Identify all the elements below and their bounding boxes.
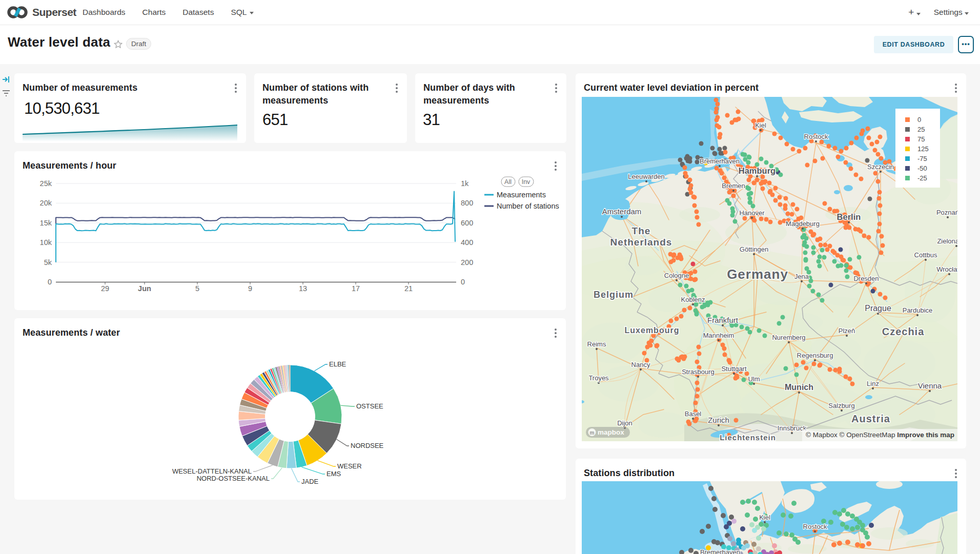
svg-text:1k: 1k	[461, 179, 469, 188]
svg-text:Wrocław: Wrocław	[936, 265, 957, 273]
svg-text:Stuttgart: Stuttgart	[721, 365, 747, 373]
svg-text:Rostock: Rostock	[803, 523, 827, 530]
svg-text:WESER: WESER	[337, 462, 362, 470]
svg-text:Czechia: Czechia	[882, 326, 925, 337]
svg-text:Netherlands: Netherlands	[610, 237, 672, 248]
svg-text:Frankfurt: Frankfurt	[707, 316, 739, 324]
svg-text:75: 75	[917, 135, 925, 143]
svg-text:Poznań: Poznań	[936, 209, 957, 216]
svg-text:NORDSEE: NORDSEE	[351, 442, 384, 449]
svg-text:Basel: Basel	[685, 410, 702, 418]
svg-text:mapbox: mapbox	[598, 428, 624, 436]
svg-text:-25: -25	[917, 174, 927, 182]
svg-text:Dijon: Dijon	[617, 419, 632, 427]
svg-text:Magdeburg: Magdeburg	[786, 220, 820, 228]
svg-text:Measurements: Measurements	[497, 191, 546, 199]
svg-text:Ulm: Ulm	[748, 375, 760, 383]
svg-text:Cottbus: Cottbus	[914, 251, 937, 259]
svg-text:0: 0	[917, 116, 921, 124]
svg-text:OSTSEE: OSTSEE	[356, 402, 383, 410]
svg-text:Hamburg: Hamburg	[739, 166, 775, 175]
svg-text:Zurich: Zurich	[708, 416, 729, 424]
svg-text:-75: -75	[917, 155, 927, 162]
svg-text:25k: 25k	[40, 179, 52, 188]
svg-text:Szczecin: Szczecin	[867, 163, 894, 171]
svg-text:200: 200	[461, 258, 473, 266]
svg-text:17: 17	[352, 284, 360, 293]
svg-text:Germany: Germany	[727, 266, 788, 282]
svg-text:10k: 10k	[40, 238, 52, 247]
svg-text:Leeuwarden: Leeuwarden	[628, 173, 665, 180]
svg-text:Kiel: Kiel	[759, 514, 770, 521]
svg-text:5k: 5k	[44, 258, 52, 266]
svg-text:0: 0	[48, 278, 52, 286]
svg-text:Troyes: Troyes	[588, 374, 609, 382]
svg-text:Vienna: Vienna	[918, 381, 942, 390]
svg-text:NORD-OSTSEE-KANAL: NORD-OSTSEE-KANAL	[197, 475, 270, 482]
svg-text:15k: 15k	[40, 219, 52, 227]
svg-text:EMS: EMS	[326, 470, 341, 478]
svg-text:Number of stations: Number of stations	[497, 202, 559, 210]
svg-text:29: 29	[101, 284, 109, 293]
svg-text:Bremen: Bremen	[722, 182, 745, 190]
svg-text:Nancy: Nancy	[631, 361, 650, 368]
svg-text:20k: 20k	[40, 199, 52, 207]
svg-text:The: The	[632, 225, 651, 236]
svg-text:Cologne: Cologne	[664, 272, 689, 279]
svg-text:Regensburg: Regensburg	[797, 352, 833, 359]
svg-text:Strasbourg: Strasbourg	[682, 368, 714, 376]
svg-text:Nuremberg: Nuremberg	[772, 334, 805, 341]
svg-text:WESEL-DATTELN-KANAL: WESEL-DATTELN-KANAL	[172, 467, 252, 475]
svg-text:ELBE: ELBE	[329, 360, 346, 368]
svg-text:Belgium: Belgium	[594, 290, 634, 300]
svg-text:Dresden: Dresden	[853, 275, 879, 282]
svg-text:Kiel: Kiel	[755, 121, 766, 129]
svg-text:Pardubice: Pardubice	[903, 306, 933, 314]
svg-text:Bremerhaven: Bremerhaven	[700, 548, 740, 554]
svg-text:Munich: Munich	[785, 383, 813, 392]
svg-text:-50: -50	[917, 165, 927, 172]
svg-text:0: 0	[461, 278, 465, 286]
svg-text:5: 5	[195, 284, 199, 293]
svg-text:Zielona Góra: Zielona Góra	[937, 237, 957, 245]
svg-text:Inv: Inv	[522, 178, 530, 186]
svg-text:Salzburg: Salzburg	[828, 402, 854, 409]
svg-text:Göttingen: Göttingen	[740, 245, 768, 253]
svg-text:25: 25	[917, 126, 925, 133]
svg-text:Luxembourg: Luxembourg	[625, 326, 680, 335]
svg-text:Linz: Linz	[867, 380, 879, 387]
svg-text:400: 400	[461, 238, 473, 247]
svg-text:Hanover: Hanover	[739, 209, 765, 217]
svg-text:Mannheim: Mannheim	[703, 332, 734, 339]
svg-text:All: All	[504, 178, 512, 186]
svg-text:Berlin: Berlin	[837, 212, 861, 221]
svg-text:Bremerhaven: Bremerhaven	[700, 157, 740, 165]
svg-text:Koblenz: Koblenz	[681, 296, 705, 303]
svg-text:13: 13	[299, 284, 307, 293]
svg-text:21: 21	[404, 284, 413, 293]
svg-text:Rostock: Rostock	[804, 133, 828, 140]
svg-text:9: 9	[248, 284, 252, 293]
svg-text:Austria: Austria	[851, 413, 890, 424]
svg-text:800: 800	[461, 199, 473, 207]
svg-text:Prague: Prague	[865, 304, 891, 313]
svg-text:Liechtenstein: Liechtenstein	[720, 433, 776, 441]
svg-text:m: m	[590, 430, 595, 436]
svg-text:Jun: Jun	[138, 284, 151, 293]
svg-text:600: 600	[461, 219, 473, 227]
svg-text:Reims: Reims	[587, 340, 606, 348]
svg-text:JADE: JADE	[301, 478, 319, 485]
svg-text:125: 125	[917, 145, 929, 153]
svg-text:Jena: Jena	[794, 273, 809, 280]
svg-text:Amsterdam: Amsterdam	[602, 207, 642, 216]
svg-text:© Mapbox © OpenStreetMap Impro: © Mapbox © OpenStreetMap Improve this ma…	[806, 431, 954, 439]
svg-text:Plzeň: Plzeň	[839, 327, 855, 335]
